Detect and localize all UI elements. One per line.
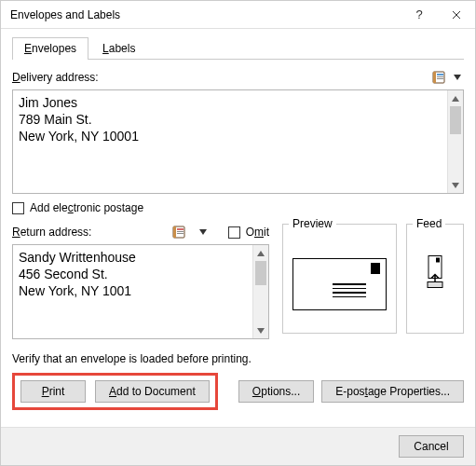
scrollbar[interactable]	[252, 245, 268, 338]
preview-group[interactable]: Preview	[282, 224, 397, 334]
close-button[interactable]	[438, 1, 475, 29]
scroll-down-icon[interactable]	[253, 322, 268, 338]
scroll-up-icon[interactable]	[253, 245, 268, 261]
svg-rect-2	[437, 74, 443, 75]
action-row: Print Add to Document Options... E-posta…	[12, 373, 464, 410]
close-icon	[452, 10, 461, 20]
electronic-postage-label: Add electronic postage	[30, 201, 143, 214]
omit-checkbox[interactable]	[228, 226, 240, 239]
checkbox-icon	[12, 202, 24, 214]
scroll-down-icon[interactable]	[448, 177, 463, 193]
electronic-postage-checkbox[interactable]: Add electronic postage	[12, 201, 464, 214]
return-header: Return address: Omit	[12, 224, 269, 240]
svg-rect-7	[177, 228, 184, 230]
help-button[interactable]: ?	[401, 1, 438, 29]
return-address-label: Return address:	[12, 226, 91, 239]
address-book-icon[interactable]	[430, 69, 449, 86]
delivery-address-label: Delivery address:	[12, 71, 430, 84]
feed-legend: Feed	[413, 217, 445, 230]
verify-text: Verify that an envelope is loaded before…	[12, 352, 464, 365]
feed-orientation-icon	[426, 254, 444, 295]
options-button[interactable]: Options...	[238, 380, 314, 403]
mid-row: Return address: Omit Sandy Writtenh	[12, 224, 464, 339]
dialog-content: E Envelopes Labels Delivery address: Jim…	[1, 29, 475, 421]
return-address-input[interactable]: Sandy Writtenhouse 456 Second St. New Yo…	[12, 244, 269, 339]
print-button[interactable]: Print	[20, 380, 86, 403]
svg-rect-12	[428, 282, 442, 288]
add-to-document-button[interactable]: Add to Document	[95, 380, 210, 403]
dialog-footer: Cancel	[1, 427, 475, 465]
svg-rect-9	[177, 233, 184, 234]
svg-rect-6	[173, 226, 176, 238]
tab-labels[interactable]: Labels	[90, 37, 147, 60]
epostage-properties-button[interactable]: E-postage Properties...	[321, 380, 464, 403]
titlebar: Envelopes and Labels ?	[1, 1, 475, 29]
preview-legend: Preview	[289, 217, 336, 230]
dialog-window: Envelopes and Labels ? E Envelopes Label…	[0, 0, 476, 466]
svg-rect-8	[177, 231, 184, 232]
feed-group[interactable]: Feed	[406, 224, 464, 334]
omit-label: Omit	[246, 226, 269, 239]
svg-rect-1	[433, 72, 436, 83]
tab-envelopes[interactable]: E Envelopes	[12, 37, 88, 60]
svg-rect-3	[437, 76, 443, 77]
address-book-dropdown[interactable]	[451, 75, 464, 80]
return-address-book-icon[interactable]	[170, 224, 189, 240]
svg-rect-11	[436, 258, 440, 263]
preview-feed-column: Preview Feed	[282, 224, 464, 334]
return-address-book-dropdown[interactable]	[197, 229, 210, 235]
cancel-button[interactable]: Cancel	[399, 435, 464, 458]
svg-rect-4	[437, 78, 443, 79]
delivery-address-input[interactable]: Jim Jones 789 Main St. New York, NY 1000…	[12, 89, 464, 194]
tab-strip: E Envelopes Labels	[12, 36, 464, 60]
highlight-box: Print Add to Document	[12, 373, 218, 410]
envelope-preview-icon	[292, 258, 387, 310]
scroll-up-icon[interactable]	[448, 90, 463, 106]
window-title: Envelopes and Labels	[10, 8, 401, 21]
delivery-header: Delivery address:	[12, 69, 464, 86]
scrollbar[interactable]	[447, 90, 463, 193]
return-column: Return address: Omit Sandy Writtenh	[12, 224, 269, 339]
